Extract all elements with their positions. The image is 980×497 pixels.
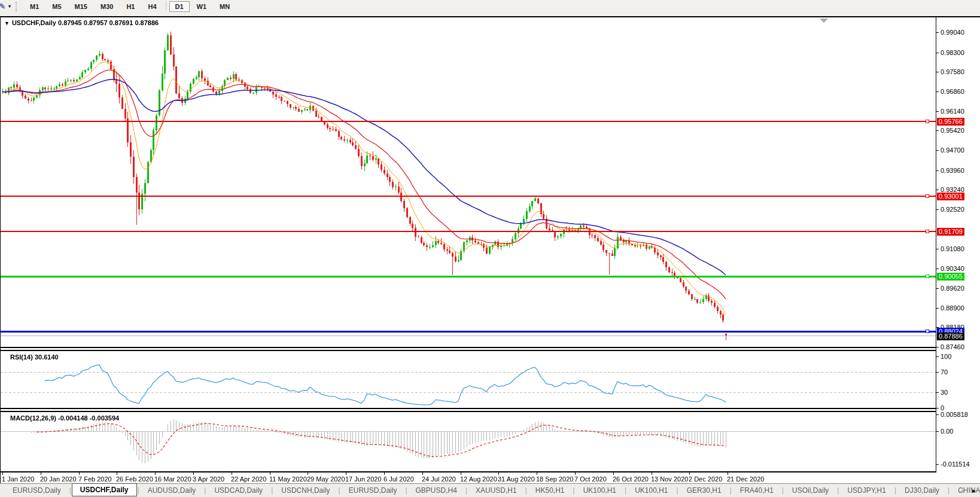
date-tick-label: 26 Feb 2020: [116, 475, 153, 483]
price-level-label[interactable]: 0.95766: [937, 118, 964, 126]
timeframe-button-m5[interactable]: M5: [46, 1, 67, 12]
price-tick-label: 0.93960: [941, 167, 964, 174]
price-tick: [936, 249, 939, 249]
timeframe-button-m1[interactable]: M1: [24, 1, 45, 12]
date-tick-label: 22 Apr 2020: [231, 475, 266, 483]
tab-gbpusd-h4[interactable]: GBPUSD,H4: [408, 485, 465, 496]
date-tick: [728, 472, 728, 475]
timeframe-button-w1[interactable]: W1: [191, 1, 213, 12]
date-tick-label: 11 May 2020: [269, 475, 307, 483]
date-tick-label: 29 May 2020: [307, 475, 345, 483]
pane-separator[interactable]: [1, 408, 980, 412]
date-tick-label: 31 Aug 2020: [498, 475, 535, 483]
chart-tabs-bar: EURUSD,Daily|USDCHF,Daily|AUDUSD,Daily|U…: [0, 483, 980, 497]
date-tick: [308, 472, 308, 475]
timeframe-button-mn[interactable]: MN: [214, 1, 236, 12]
tab-divider: |: [525, 486, 527, 495]
tab-xauusd-h1[interactable]: XAUUSD,H1: [468, 485, 525, 496]
rsi-tick: [936, 372, 939, 373]
tab-uk100-h1[interactable]: UK100,H1: [576, 485, 624, 496]
tab-usdjpy-h1[interactable]: USDJPY,H1: [839, 485, 893, 496]
chevron-down-icon[interactable]: ▾: [8, 4, 11, 9]
chart-shift-marker-icon[interactable]: [820, 19, 828, 23]
date-tick: [232, 472, 232, 475]
price-axis[interactable]: 0.990400.983000.975800.968600.961400.954…: [936, 17, 980, 472]
price-level-label[interactable]: 0.90055: [937, 273, 964, 280]
date-tick: [155, 472, 156, 475]
timeframe-button-m15[interactable]: M15: [69, 1, 93, 12]
date-tick-label: 6 Jul 2020: [384, 475, 414, 483]
macd-tick-label: -0.011514: [941, 461, 970, 468]
rsi-tick: [936, 356, 939, 357]
date-tick: [652, 472, 652, 475]
rsi-indicator-label: RSI(14) 30.6140: [10, 353, 59, 361]
price-chart-canvas[interactable]: [1, 17, 936, 472]
date-tick: [270, 472, 270, 475]
date-tick: [79, 472, 80, 475]
tab-usdcnh-daily[interactable]: USDCNH,Daily: [273, 485, 337, 496]
toolbar-separator: [166, 1, 166, 10]
tab-divider: |: [677, 486, 678, 495]
price-level-label[interactable]: 0.91709: [937, 228, 964, 236]
tab-hk50-h1[interactable]: HK50,H1: [528, 485, 573, 496]
price-tick: [936, 111, 939, 112]
tab-eurusd-daily[interactable]: EURUSD,Daily: [5, 485, 69, 496]
date-tick-label: 18 Sep 2020: [536, 475, 573, 483]
macd-tick-label: 0.00: [941, 428, 953, 435]
tab-usdchf-daily[interactable]: USDCHF,Daily: [72, 483, 137, 496]
chart-title: ▼USDCHF,Daily 0.87945 0.87957 0.87691 0.…: [4, 19, 159, 26]
price-tick-label: 0.90340: [941, 265, 964, 272]
mt4-terminal: ✎ ▾ M1M5M15M30H1H4D1W1MN ▼USDCHF,Daily 0…: [0, 0, 980, 497]
tab-eurusd-daily[interactable]: EURUSD,Daily: [341, 485, 405, 496]
tab-divider: |: [405, 486, 407, 495]
tab-divider: |: [465, 486, 467, 495]
date-tick-label: 21 Dec 2020: [727, 475, 764, 483]
timeframe-button-m30[interactable]: M30: [95, 1, 119, 12]
tab-divider: |: [625, 486, 626, 495]
date-axis[interactable]: 1 Jan 202020 Jan 20207 Feb 202026 Feb 20…: [1, 472, 980, 484]
date-tick-label: 24 Jul 2020: [422, 475, 456, 483]
price-tick-label: 0.95420: [941, 127, 964, 134]
price-tick: [936, 308, 939, 309]
price-tick: [936, 288, 939, 289]
tab-divider: |: [894, 486, 896, 495]
toolbar-grip[interactable]: [16, 2, 20, 11]
date-tick: [422, 472, 423, 475]
ohlc-readout: 0.87945 0.87957 0.87691 0.87886: [58, 19, 159, 26]
date-tick: [117, 472, 117, 475]
price-tick-label: 0.94700: [941, 147, 964, 154]
price-level-label[interactable]: 0.93001: [937, 193, 964, 200]
window-menu-icon[interactable]: ▼: [4, 20, 10, 26]
tab-dj30-daily[interactable]: DJ30,Daily: [897, 485, 947, 496]
tab-audusd-daily[interactable]: AUDUSD,Daily: [140, 485, 204, 496]
timeframe-button-h4[interactable]: H4: [142, 1, 162, 12]
tab-divider: |: [837, 486, 839, 495]
symbol-period-label: USDCHF,Daily: [12, 19, 56, 26]
tab-divider: |: [948, 486, 949, 495]
timeframe-button-h1[interactable]: H1: [120, 1, 141, 12]
timeframe-button-d1[interactable]: D1: [169, 1, 190, 12]
date-tick: [2, 472, 3, 475]
tab-divider: |: [339, 486, 340, 495]
tab-scroll-left-icon[interactable]: ◄: [959, 487, 965, 494]
tab-usdcad-daily[interactable]: USDCAD,Daily: [206, 485, 270, 496]
price-tick-label: 0.96140: [941, 108, 964, 115]
tab-divider: |: [271, 486, 273, 495]
tab-fra40-h1[interactable]: FRA40,H1: [732, 485, 781, 496]
tab-scroll-arrows: ◄ ►: [959, 484, 977, 497]
tab-uk100-h1[interactable]: UK100,H1: [627, 485, 675, 496]
macd-tick: [936, 414, 939, 415]
price-tick-label: 0.91080: [941, 245, 964, 252]
pane-separator[interactable]: [1, 347, 980, 351]
date-tick: [537, 472, 537, 475]
tab-scroll-right-icon[interactable]: ►: [971, 487, 977, 494]
rsi-tick-label: 30: [941, 389, 948, 396]
tab-usoil-daily[interactable]: USOil,Daily: [784, 485, 836, 496]
chart-tool-icon[interactable]: ✎: [0, 2, 7, 11]
tab-ger30-h1[interactable]: GER30,H1: [679, 485, 729, 496]
macd-indicator-label: MACD(12,26,9) -0.004148 -0.003594: [10, 414, 119, 422]
date-tick: [613, 472, 614, 475]
rsi-tick-label: 100: [941, 353, 951, 360]
timeframe-buttons: M1M5M15M30H1H4D1W1MN: [23, 1, 236, 12]
price-tick-label: 0.92520: [941, 206, 964, 213]
